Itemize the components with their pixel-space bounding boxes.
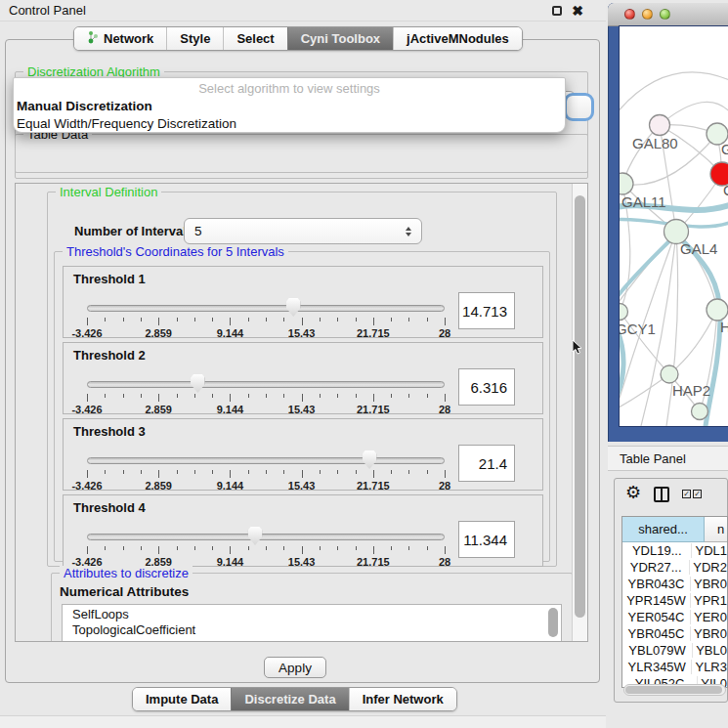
dropdown-option-manual-discretization[interactable]: Manual Discretization bbox=[14, 98, 565, 115]
cell-shared-name: YBR045C bbox=[622, 626, 691, 641]
network-node-hap2[interactable] bbox=[661, 365, 678, 383]
attribute-item-selfloops[interactable]: SelfLoops bbox=[63, 607, 561, 622]
cell-name: YDL1 bbox=[692, 543, 727, 558]
columns-icon[interactable] bbox=[654, 487, 669, 502]
tab-network[interactable]: Network bbox=[74, 27, 166, 50]
node-label-gcy1: GCY1 bbox=[620, 321, 656, 337]
network-canvas[interactable]: GAL80GCGAL11GAL4GCY1HHAP2 bbox=[620, 26, 728, 426]
checkbox-icon: ✓ bbox=[682, 490, 691, 498]
tab-label: Discretize Data bbox=[244, 692, 335, 707]
node-table: shared... n YDL19...YDL1YDR27...YDR2YBR0… bbox=[621, 516, 728, 688]
vertical-scrollbar-thumb[interactable] bbox=[575, 195, 585, 618]
close-traffic-light[interactable] bbox=[624, 9, 635, 20]
threshold-slider[interactable]: -3.4262.8599.14415.4321.71528 bbox=[87, 525, 445, 567]
column-header-name[interactable]: n bbox=[705, 517, 727, 542]
tab-discretize-data[interactable]: Discretize Data bbox=[231, 688, 348, 710]
attribute-item-topologicalcoefficient[interactable]: TopologicalCoefficient bbox=[63, 622, 561, 638]
horizontal-scrollbar-thumb[interactable] bbox=[625, 686, 722, 694]
network-window-titlebar[interactable] bbox=[608, 3, 728, 26]
horizontal-scrollbar[interactable] bbox=[623, 684, 726, 696]
dropdown-option-equal-width-frequency[interactable]: Equal Width/Frequency Discretization bbox=[14, 115, 565, 133]
network-node-gcy1[interactable] bbox=[620, 304, 628, 321]
slider-track[interactable] bbox=[87, 534, 445, 540]
threshold-slider[interactable]: -3.4262.8599.14415.4321.71528 bbox=[87, 372, 445, 414]
tab-label: Infer Network bbox=[363, 692, 444, 707]
threshold-value-field[interactable]: 14.713 bbox=[458, 292, 515, 329]
numerical-attributes-list[interactable]: SelfLoopsTopologicalCoefficientBetweenne… bbox=[62, 604, 562, 642]
attribute-item-betweennesscentrality[interactable]: BetweennessCentrality bbox=[63, 638, 561, 642]
cyni-toolbox-panel: Discretization Algorithm Select algorith… bbox=[5, 39, 600, 683]
table-row[interactable]: YBR043CYBR0 bbox=[622, 576, 727, 592]
panel-footer bbox=[0, 715, 606, 728]
gear-icon[interactable]: ⚙ bbox=[625, 484, 641, 501]
checkboxes-icon[interactable]: ✓ ✓ bbox=[682, 490, 702, 498]
cell-name: YBL0 bbox=[693, 643, 727, 658]
network-icon bbox=[87, 30, 99, 47]
slider-track[interactable] bbox=[87, 457, 445, 464]
close-icon[interactable]: ✖ bbox=[572, 4, 583, 18]
node-label-h: H bbox=[720, 319, 728, 335]
threshold-slider[interactable]: -3.4262.8599.14415.4321.71528 bbox=[87, 296, 445, 338]
algorithm-combobox-focused[interactable] bbox=[564, 93, 594, 121]
thresholds-group: Threshold's Coordinates for 5 Intervals … bbox=[54, 251, 550, 562]
slider-track[interactable] bbox=[87, 381, 445, 388]
float-window-icon[interactable] bbox=[552, 6, 562, 16]
slider-ticks bbox=[87, 394, 445, 403]
tab-select[interactable]: Select bbox=[223, 27, 286, 50]
slider-track[interactable] bbox=[87, 305, 445, 312]
cell-shared-name: YLR345W bbox=[622, 660, 692, 674]
cell-name: YDR2 bbox=[690, 560, 727, 575]
threshold-value-field[interactable]: 6.316 bbox=[458, 368, 515, 406]
apply-button[interactable]: Apply bbox=[264, 657, 326, 678]
cell-name: YLR3 bbox=[692, 660, 727, 674]
zoom-traffic-light[interactable] bbox=[660, 9, 670, 20]
tab-label: Impute Data bbox=[146, 692, 218, 707]
threshold-value-field[interactable]: 11.344 bbox=[458, 521, 515, 558]
table-row[interactable]: YDL19...YDL1 bbox=[622, 542, 727, 559]
tab-infer-network[interactable]: Infer Network bbox=[349, 688, 456, 710]
number-of-intervals-combobox[interactable]: 5 bbox=[184, 218, 422, 244]
threshold-panel-2: Threshold 2-3.4262.8599.14415.4321.71528… bbox=[63, 342, 543, 414]
slider-thumb[interactable] bbox=[191, 374, 205, 393]
top-tab-bar: NetworkStyleSelectCyni ToolboxjActiveMNo… bbox=[73, 26, 523, 51]
network-node[interactable] bbox=[692, 404, 708, 420]
network-edge bbox=[620, 72, 728, 119]
node-label-gal11: GAL11 bbox=[621, 193, 666, 210]
group-label-attributes: Attributes to discretize bbox=[60, 566, 193, 580]
algorithm-dropdown-popup: Select algorithm to view settings Manual… bbox=[13, 77, 566, 133]
node-label-c: C bbox=[723, 182, 728, 198]
slider-thumb[interactable] bbox=[363, 450, 377, 469]
table-row[interactable]: YPR145WYPR1 bbox=[622, 592, 727, 609]
numerical-attributes-label: Numerical Attributes bbox=[60, 584, 189, 599]
table-row[interactable]: YDR27...YDR2 bbox=[622, 559, 727, 576]
threshold-value-field[interactable]: 21.4 bbox=[458, 445, 515, 482]
network-node-h[interactable] bbox=[707, 299, 728, 321]
column-header-shared-name[interactable]: shared... bbox=[622, 517, 705, 542]
tab-cyni-toolbox[interactable]: Cyni Toolbox bbox=[287, 27, 393, 50]
tab-impute-data[interactable]: Impute Data bbox=[133, 688, 231, 710]
mouse-cursor bbox=[572, 340, 584, 356]
settings-scroll-area: Interval Definition Number of Intervals … bbox=[15, 183, 588, 642]
table-row[interactable]: YBL079WYBL0 bbox=[622, 642, 727, 659]
tab-label: jActiveMNodules bbox=[407, 31, 509, 46]
slider-thumb[interactable] bbox=[248, 527, 263, 545]
table-row[interactable]: YLR345WYLR3 bbox=[622, 659, 727, 675]
table-row[interactable]: YBR045CYBR0 bbox=[622, 625, 727, 642]
cell-name: YPR1 bbox=[691, 593, 727, 608]
slider-thumb[interactable] bbox=[286, 298, 301, 317]
threshold-slider[interactable]: -3.4262.8599.14415.4321.71528 bbox=[87, 449, 445, 491]
node-label-hap2: HAP2 bbox=[672, 382, 710, 399]
table-row[interactable]: YER054CYER0 bbox=[622, 609, 727, 625]
tab-jactivemnodules[interactable]: jActiveMNodules bbox=[393, 27, 522, 50]
attributes-to-discretize-group: Attributes to discretize Numerical Attri… bbox=[51, 573, 573, 642]
list-scrollbar-thumb[interactable] bbox=[548, 608, 558, 637]
network-node-gal80[interactable] bbox=[650, 115, 670, 136]
minimize-traffic-light[interactable] bbox=[642, 9, 653, 20]
tab-style[interactable]: Style bbox=[166, 27, 223, 50]
group-label-interval-definition: Interval Definition bbox=[56, 185, 161, 199]
bottom-tab-bar: Impute DataDiscretize DataInfer Network bbox=[132, 687, 457, 711]
network-node-gal11[interactable] bbox=[620, 173, 633, 194]
node-label-gal4: GAL4 bbox=[680, 240, 717, 257]
cell-shared-name: YDL19... bbox=[622, 543, 692, 558]
vertical-scrollbar[interactable] bbox=[572, 184, 587, 641]
